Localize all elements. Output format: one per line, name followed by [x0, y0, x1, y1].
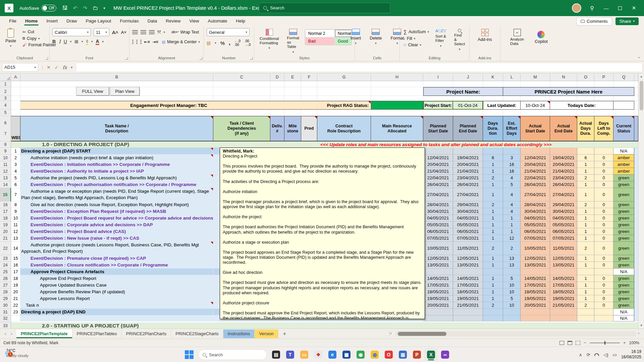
vertical-scroll-thumb[interactable] [640, 81, 643, 110]
cell-A24[interactable]: 16 [11, 262, 20, 268]
cell-K28[interactable]: 1 [483, 289, 503, 295]
column-header-Q[interactable]: Q [613, 73, 634, 81]
comments-button[interactable]: Comments [576, 17, 612, 25]
cell-R4[interactable] [634, 101, 638, 110]
wrap-text-button[interactable]: ab↩Wrap Text [170, 29, 200, 35]
cell-O29[interactable]: 1 [577, 295, 594, 302]
row-header-29[interactable]: 29 [0, 295, 11, 302]
clear-button[interactable]: ◇Clear▾ [402, 42, 430, 48]
cell-N17[interactable]: 30/04/2021 [550, 208, 577, 215]
accounting-format-icon[interactable]: ▤ [207, 41, 211, 46]
cell-M12[interactable]: 21/04/2021 [521, 168, 550, 175]
format-as-table-button[interactable]: Format as Table▾ [284, 28, 302, 54]
cell-J30[interactable]: 21/05/2021 [453, 302, 483, 309]
cell-A19[interactable]: 11 [11, 222, 20, 228]
cell-B29[interactable]: Approve Lessons Report [20, 295, 213, 302]
cell-Q18-status[interactable]: green [613, 215, 634, 222]
chrome-icon[interactable]: ◍ [369, 349, 381, 361]
notepad-icon[interactable]: ▤ [270, 349, 282, 361]
cancel-entry-icon[interactable]: ✕ [47, 65, 51, 70]
zoom-slider[interactable] [590, 343, 620, 343]
header-G[interactable]: Contract Role Description [317, 116, 371, 141]
cell-O13[interactable]: 2 [577, 175, 594, 181]
cell-N29[interactable]: 19/05/2021 [550, 295, 577, 302]
cell-I29[interactable]: 19/05/2021 [423, 295, 453, 302]
cell-I9[interactable] [423, 148, 453, 155]
cell-N15[interactable]: 27/04/2021 [550, 188, 577, 201]
cell-O19[interactable]: 1 [577, 222, 594, 228]
cell-Q32-status[interactable]: N/A [613, 315, 634, 321]
cell-L30[interactable]: 10 [503, 302, 521, 309]
cell-B20[interactable]: Event/Decision : Project Board advice (C… [20, 228, 213, 235]
menu-tab-automate[interactable]: Automate [203, 17, 231, 25]
cell-B15[interactable]: Authorise a stage or exception plan (nee… [20, 188, 213, 201]
cell-P15[interactable]: 0 [594, 188, 613, 201]
name-box[interactable]: AD15▾ [2, 63, 38, 72]
cell-M25[interactable] [521, 268, 550, 275]
sheet-nav-right-icon[interactable]: › [11, 331, 12, 336]
cell-R19[interactable] [634, 222, 638, 228]
cell-todays-date-label[interactable]: Todays Date: [550, 101, 613, 110]
column-header-F[interactable]: F [301, 73, 317, 81]
menu-tab-insert[interactable]: Insert [42, 17, 62, 25]
cell-A32[interactable] [11, 315, 20, 321]
row-header-32[interactable]: 32 [0, 315, 11, 321]
column-header-L[interactable]: L [503, 73, 521, 81]
cell-O27[interactable]: 1 [577, 282, 594, 289]
header-N[interactable]: Actual End Date [550, 116, 577, 141]
new-sheet-button[interactable]: + [278, 331, 291, 337]
row-header-25[interactable]: 25 [0, 268, 11, 275]
cell-M1[interactable] [521, 81, 550, 87]
column-header-A[interactable]: A [11, 73, 20, 81]
cell-F5[interactable] [301, 110, 317, 116]
cell-M20[interactable]: 06/05/2021 [521, 228, 550, 235]
number-format-select[interactable]: General▾ [207, 28, 250, 36]
opera-icon[interactable]: O [383, 349, 395, 361]
cell-O23[interactable]: 1 [577, 255, 594, 262]
row-header-30[interactable]: 30 [0, 302, 11, 309]
cell-C3[interactable] [213, 96, 270, 101]
cell-P19[interactable]: 0 [594, 222, 613, 228]
cell-L24[interactable]: 13 [503, 262, 521, 268]
cell-R15[interactable] [634, 188, 638, 201]
cell-P17[interactable]: 0 [594, 208, 613, 215]
cell-K5[interactable] [483, 110, 503, 116]
cell-Q24-status[interactable]: green [613, 262, 634, 268]
cell-I12[interactable]: 21/04/2021 [423, 168, 453, 175]
wifi-icon[interactable] [594, 353, 599, 356]
header-I[interactable]: Planned Start Date [423, 116, 453, 141]
cell-G5[interactable] [317, 110, 371, 116]
edge-icon[interactable]: e [326, 349, 338, 361]
comma-style-icon[interactable]: , [229, 40, 230, 46]
lightbulb-icon[interactable]: ⚲ [590, 5, 594, 11]
font-size-select[interactable]: 11▾ [94, 28, 109, 36]
merge-center-button[interactable]: ⊟Merge & Center▾ [161, 39, 201, 45]
cell-J14[interactable]: 26/04/2021 [453, 181, 483, 188]
cell-Q14-status[interactable]: green [613, 181, 634, 188]
cell-M29[interactable]: 19/05/2021 [521, 295, 550, 302]
cell-project-name-value[interactable]: PRINCE2 Project Name Here [503, 87, 634, 96]
row-header-26[interactable]: 26 [0, 275, 11, 282]
cell-Q27-status[interactable]: green [613, 282, 634, 289]
cell-N24[interactable]: 13/05/2021 [550, 262, 577, 268]
cell-C2[interactable] [213, 87, 270, 96]
cell-L3[interactable] [503, 96, 521, 101]
align-bottom-icon[interactable] [149, 30, 155, 34]
cell-L27[interactable]: 10 [503, 282, 521, 289]
cell-N25[interactable] [550, 268, 577, 275]
row-header-19[interactable]: 19 [0, 222, 11, 228]
cell-M24[interactable]: 13/05/2021 [521, 262, 550, 268]
italic-button[interactable]: I [59, 39, 61, 44]
cell-J13[interactable]: 23/04/2021 [453, 175, 483, 181]
cell-G1[interactable] [317, 81, 371, 87]
header-B[interactable]: Task Name / Description [20, 116, 213, 141]
cell-L1[interactable] [503, 81, 521, 87]
cell-L28[interactable]: 10 [503, 289, 521, 295]
cell-K32[interactable] [483, 315, 503, 321]
header-F[interactable]: Pred [301, 116, 317, 141]
cell-J24[interactable]: 13/05/2021 [453, 262, 483, 268]
cell-I13[interactable]: 22/04/2021 [423, 175, 453, 181]
cell-Q9-status[interactable]: N/A [613, 148, 634, 155]
cell-J20[interactable]: 06/05/2021 [453, 228, 483, 235]
cell-K31[interactable] [483, 309, 503, 315]
